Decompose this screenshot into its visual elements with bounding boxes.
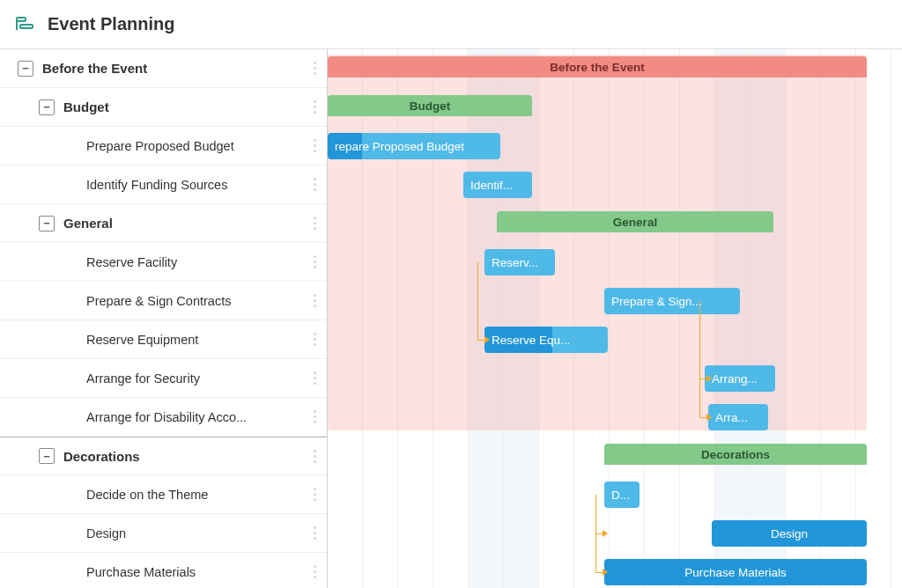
- dependency-line: [699, 301, 700, 379]
- task-row-ident[interactable]: Identify Funding Sources: [0, 165, 327, 204]
- task-row-theme[interactable]: Decide on the Theme: [0, 475, 327, 514]
- drag-handle-icon[interactable]: [307, 488, 322, 501]
- drag-handle-icon[interactable]: [307, 526, 322, 540]
- gantt-bar-design[interactable]: Design: [712, 520, 867, 547]
- drag-handle-icon[interactable]: [307, 333, 322, 346]
- dependency-arrow-icon: [603, 530, 608, 537]
- gantt-bar-general[interactable]: General: [497, 211, 773, 232]
- task-row-general[interactable]: −General: [0, 204, 327, 243]
- gantt-bar-security[interactable]: Arrang...: [705, 365, 775, 392]
- bar-label: Arra...: [715, 411, 748, 424]
- task-label: Purchase Materials: [86, 565, 307, 579]
- gantt-icon: [14, 14, 35, 35]
- drag-handle-icon[interactable]: [307, 217, 322, 230]
- collapse-button[interactable]: −: [39, 99, 55, 115]
- drag-handle-icon[interactable]: [307, 100, 322, 114]
- svg-rect-0: [17, 18, 26, 21]
- collapse-button[interactable]: −: [18, 61, 33, 77]
- gantt-bar-budget[interactable]: Budget: [328, 95, 532, 116]
- task-row-before[interactable]: −Before the Event: [0, 49, 327, 88]
- task-label: Identify Funding Sources: [86, 178, 307, 192]
- bar-label: repare Proposed Budget: [335, 140, 464, 153]
- dependency-arrow-icon: [484, 336, 490, 343]
- bar-label: Prepare & Sign...: [611, 295, 702, 308]
- collapse-button[interactable]: −: [39, 216, 55, 232]
- page-title: Event Planning: [48, 14, 174, 34]
- drag-handle-icon[interactable]: [307, 565, 322, 578]
- svg-rect-1: [20, 25, 33, 28]
- body: −Before the Event−BudgetPrepare Proposed…: [0, 49, 902, 588]
- drag-handle-icon[interactable]: [307, 450, 322, 463]
- gantt-bar-decor[interactable]: Decorations: [604, 444, 867, 465]
- gantt-bar-before[interactable]: Before the Event: [328, 56, 867, 77]
- gantt-bars: Before the EventBudgetrepare Proposed Bu…: [328, 49, 902, 588]
- bar-label: Decorations: [701, 448, 770, 461]
- bar-label: Reserv...: [492, 256, 538, 269]
- task-label: Arrange for Security: [86, 371, 307, 386]
- bar-label: D...: [611, 489, 630, 502]
- task-label: Reserve Facility: [86, 255, 307, 269]
- task-label: General: [63, 216, 307, 231]
- drag-handle-icon[interactable]: [307, 255, 322, 268]
- task-list-sidebar: −Before the Event−BudgetPrepare Proposed…: [0, 49, 328, 588]
- task-row-prep_bud[interactable]: Prepare Proposed Budget: [0, 127, 327, 165]
- task-label: Decide on the Theme: [86, 488, 307, 502]
- bar-label: General: [613, 216, 657, 229]
- task-label: Decorations: [63, 449, 307, 464]
- task-row-reserve[interactable]: Reserve Facility: [0, 243, 327, 282]
- dependency-line: [595, 495, 596, 533]
- gantt-bar-equip[interactable]: Reserve Equ...: [484, 327, 608, 353]
- bar-label: Identif...: [470, 179, 513, 192]
- drag-handle-icon[interactable]: [307, 178, 322, 191]
- task-row-contracts[interactable]: Prepare & Sign Contracts: [0, 282, 327, 320]
- dependency-arrow-icon: [603, 569, 608, 576]
- task-row-equip[interactable]: Reserve Equipment: [0, 320, 327, 359]
- bar-label: Budget: [410, 99, 451, 113]
- task-row-budget[interactable]: −Budget: [0, 88, 327, 127]
- task-label: Budget: [63, 99, 307, 114]
- bar-label: Design: [771, 527, 808, 540]
- dependency-line: [477, 262, 478, 340]
- task-label: Prepare & Sign Contracts: [86, 294, 307, 308]
- task-label: Before the Event: [42, 61, 307, 76]
- gantt-bar-prep_bud[interactable]: repare Proposed Budget: [328, 133, 500, 159]
- drag-handle-icon[interactable]: [307, 294, 322, 307]
- gantt-bar-ident[interactable]: Identif...: [463, 172, 532, 198]
- task-row-security[interactable]: Arrange for Security: [0, 359, 327, 398]
- task-label: Reserve Equipment: [86, 333, 307, 347]
- bar-label: Reserve Equ...: [492, 334, 570, 347]
- gantt-bar-reserve[interactable]: Reserv...: [484, 249, 555, 276]
- gantt-bar-purchase[interactable]: Purchase Materials: [604, 559, 867, 585]
- bar-label: Arrang...: [712, 372, 758, 386]
- task-label: Prepare Proposed Budget: [86, 139, 307, 153]
- task-row-decor[interactable]: −Decorations: [0, 437, 327, 475]
- task-label: Arrange for Disability Acco...: [86, 410, 307, 424]
- gantt-bar-disab[interactable]: Arra...: [708, 404, 768, 430]
- drag-handle-icon[interactable]: [307, 371, 322, 385]
- header: Event Planning: [0, 0, 902, 49]
- gantt-chart[interactable]: Before the EventBudgetrepare Proposed Bu…: [328, 49, 902, 588]
- bar-label: Purchase Materials: [684, 566, 787, 579]
- task-label: Design: [86, 526, 307, 540]
- drag-handle-icon[interactable]: [307, 410, 322, 423]
- drag-handle-icon[interactable]: [307, 139, 322, 152]
- bar-label: Before the Event: [550, 61, 644, 74]
- task-row-design[interactable]: Design: [0, 514, 327, 553]
- dependency-arrow-icon: [706, 414, 712, 421]
- drag-handle-icon[interactable]: [307, 62, 322, 75]
- task-row-purchase[interactable]: Purchase Materials: [0, 553, 327, 588]
- task-row-disab[interactable]: Arrange for Disability Acco...: [0, 398, 327, 437]
- gantt-bar-theme[interactable]: D...: [604, 481, 640, 508]
- collapse-button[interactable]: −: [39, 448, 55, 464]
- gantt-bar-contracts[interactable]: Prepare & Sign...: [604, 288, 740, 314]
